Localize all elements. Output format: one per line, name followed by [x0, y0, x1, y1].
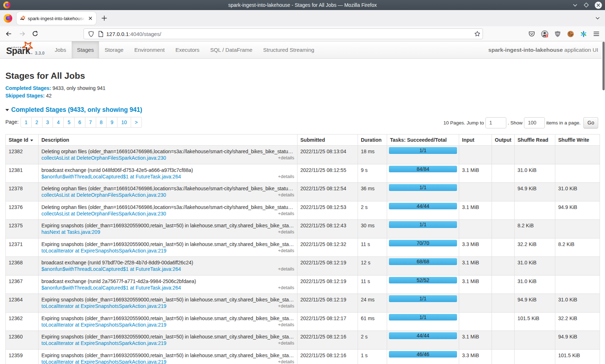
details-toggle[interactable]: +details [278, 303, 294, 309]
firefox-view-button[interactable] [4, 14, 12, 23]
go-button[interactable]: Go [583, 117, 598, 128]
pagination-page-2[interactable]: 2 [32, 117, 42, 128]
stage-callsite-link[interactable]: hasNext at Tasks.java:209 [41, 229, 100, 235]
output-cell [492, 331, 515, 350]
spark-nav-environment[interactable]: Environment [129, 41, 170, 59]
completed-stages-section-heading[interactable]: Completed Stages (9433, only showing 941… [5, 106, 600, 114]
details-toggle[interactable]: +details [278, 247, 294, 254]
forward-button[interactable] [17, 28, 28, 39]
details-toggle[interactable]: +details [278, 340, 294, 346]
stage-callsite-link[interactable]: toLocalIterator at ExpireSnapshotsSparkA… [41, 303, 166, 309]
stage-desc-subline: toLocalIterator at ExpireSnapshotsSparkA… [41, 340, 294, 346]
window-close-button[interactable] [595, 1, 602, 9]
cookie-extension-icon[interactable] [565, 28, 576, 39]
stage-callsite-link[interactable]: toLocalIterator at ExpireSnapshotsSparkA… [41, 247, 166, 254]
input-cell [459, 312, 492, 331]
stage-callsite-link[interactable]: $anonfun$withThreadLocalCaptured$1 at Fu… [41, 266, 181, 272]
stage-callsite-link[interactable]: $anonfun$withThreadLocalCaptured$1 at Fu… [41, 285, 181, 291]
details-toggle[interactable]: +details [278, 192, 294, 198]
menu-hamburger-icon[interactable] [591, 28, 602, 39]
stage-callsite-link[interactable]: toLocalIterator at ExpireSnapshotsSparkA… [41, 359, 166, 364]
details-toggle[interactable]: +details [278, 285, 294, 291]
stage-callsite-link[interactable]: collectAsList at DeleteOrphanFilesSparkA… [41, 192, 166, 198]
stage-callsite-link[interactable]: collectAsList at DeleteOrphanFilesSparkA… [41, 210, 166, 217]
pagination-page-9[interactable]: 9 [107, 117, 117, 128]
tab-close-icon[interactable] [87, 15, 94, 22]
back-button[interactable] [3, 28, 14, 39]
tasks-progress-bar: 84/84 [389, 165, 457, 173]
ublock-origin-icon[interactable]: UO [552, 28, 563, 39]
reload-button[interactable] [30, 28, 40, 39]
shuffle-read-cell: 31.0 KiB [515, 275, 555, 294]
window-minimize-button[interactable] [572, 2, 578, 8]
stage-callsite-link[interactable]: toLocalIterator at ExpireSnapshotsSparkA… [41, 340, 166, 346]
window-close-button-svg [595, 1, 602, 9]
col-submitted[interactable]: Submitted [297, 135, 358, 146]
details-toggle[interactable]: +details [278, 266, 294, 272]
details-toggle[interactable]: +details [278, 155, 294, 161]
pagination-page-8[interactable]: 8 [96, 117, 107, 128]
skipped-stages-link[interactable]: Skipped Stages: [5, 93, 45, 99]
stage-description-cell: Expiring snapshots (older_than=166932055… [39, 312, 297, 331]
col-shuffle-write[interactable]: Shuffle Write [555, 135, 600, 146]
col-input[interactable]: Input [459, 135, 492, 146]
stage-callsite-link[interactable]: collectAsList at DeleteOrphanFilesSparkA… [41, 155, 166, 161]
pagination-next[interactable]: > [131, 117, 142, 128]
stage-description-cell: Expiring snapshots (older_than=166932055… [39, 220, 297, 238]
completed-stages-link[interactable]: Completed Stages: [5, 85, 51, 91]
new-tab-button[interactable] [100, 14, 108, 23]
stage-callsite-link[interactable]: $anonfun$withThreadLocalCaptured$1 at Fu… [41, 173, 181, 180]
details-toggle[interactable]: +details [278, 359, 294, 364]
spark-nav-storage[interactable]: Storage [99, 41, 129, 59]
duration-cell: 36 ms [358, 183, 387, 201]
page-info-icon[interactable] [98, 31, 103, 37]
stage-row: 12362 Expiring snapshots (older_than=166… [6, 312, 600, 331]
details-toggle[interactable]: +details [278, 229, 294, 235]
col-tasks[interactable]: Tasks: Succeeded/Total [387, 135, 459, 146]
list-all-tabs-icon[interactable] [593, 14, 602, 23]
col-duration[interactable]: Duration [358, 135, 387, 146]
spark-nav-executors[interactable]: Executors [170, 41, 205, 59]
details-toggle[interactable]: +details [278, 210, 294, 217]
pagination-page-5[interactable]: 5 [64, 117, 75, 128]
stage-row: 12364 Expiring snapshots (older_than=166… [6, 294, 600, 313]
asterisk-extension-icon[interactable] [578, 28, 589, 39]
pocket-icon[interactable] [526, 28, 537, 39]
pagination-page-1[interactable]: 1 [21, 117, 32, 128]
pagination-page-7[interactable]: 7 [85, 117, 96, 128]
col-stage-id[interactable]: Stage Id [6, 135, 39, 146]
spark-logo[interactable]: APACHE Spark ™ [5, 42, 40, 58]
details-toggle[interactable]: +details [278, 322, 294, 328]
stage-callsite-link[interactable]: toLocalIterator at ExpireSnapshotsSparkA… [41, 322, 166, 328]
col-description[interactable]: Description [39, 135, 297, 146]
spark-nav-stages[interactable]: Stages [72, 41, 99, 59]
browser-tab[interactable]: spark-ingest-into-lakehouse - Stages for… [17, 12, 96, 25]
pagination-page-3[interactable]: 3 [42, 117, 53, 128]
stage-row: 12376 Deleting orphan files (older_than=… [6, 201, 600, 220]
bookmark-star-icon[interactable] [474, 31, 480, 37]
input-cell: 3.1 MiB [459, 201, 492, 220]
spark-logo-svg: APACHE Spark ™ [5, 42, 40, 58]
tasks-progress-label: 1/1 [389, 221, 457, 228]
scrollbar-track[interactable] [602, 41, 605, 364]
profile-extension-icon[interactable] [539, 28, 550, 39]
output-cell [492, 220, 515, 238]
spark-nav-jobs[interactable]: Jobs [49, 41, 72, 59]
shuffle-write-cell [555, 275, 600, 294]
pagination-page-4[interactable]: 4 [53, 117, 64, 128]
pagination-page-6[interactable]: 6 [75, 117, 85, 128]
url-bar[interactable]: 127.0.0.1:4040/stages/ [84, 28, 483, 39]
spark-nav-structured-streaming[interactable]: Structured Streaming [258, 41, 320, 59]
details-toggle[interactable]: +details [278, 173, 294, 180]
shuffle-write-cell: 101.5 KiB [555, 349, 600, 364]
col-output[interactable]: Output [492, 135, 515, 146]
scrollbar-thumb[interactable] [602, 42, 605, 90]
spark-nav-sql-dataframe[interactable]: SQL / DataFrame [205, 41, 258, 59]
window-maximize-button[interactable] [583, 2, 590, 8]
pagination-row: Page: 12345678910> 10 Pages. Jump to . S… [5, 117, 600, 129]
jump-to-page-input[interactable] [485, 117, 506, 128]
items-per-page-input[interactable] [524, 117, 545, 128]
col-shuffle-read[interactable]: Shuffle Read [515, 135, 555, 146]
tracking-shield-icon[interactable] [88, 31, 94, 37]
pagination-page-10[interactable]: 10 [117, 117, 131, 128]
